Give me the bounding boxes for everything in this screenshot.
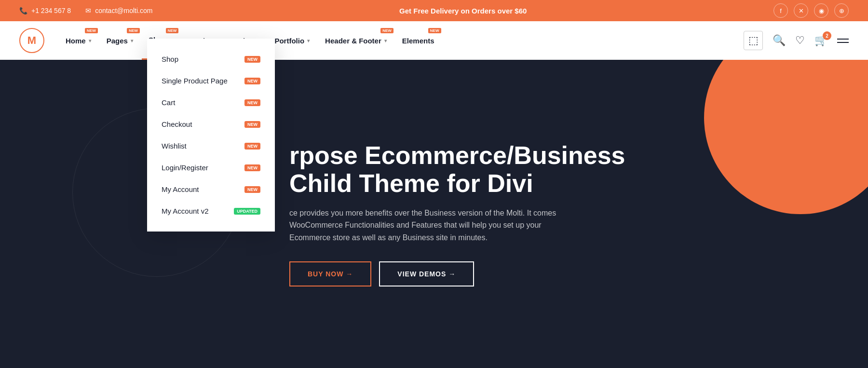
- twitter-icon[interactable]: ✕: [794, 3, 808, 18]
- hero-circle-decoration: [704, 60, 868, 214]
- phone-number: +1 234 567 8: [31, 7, 71, 14]
- logo[interactable]: M: [19, 28, 44, 53]
- dropdown-badge-login: NEW: [244, 164, 260, 171]
- shop-dropdown: Shop NEW Single Product Page NEW Cart NE…: [147, 39, 275, 232]
- nav-item-home[interactable]: Home NEW ▾: [59, 21, 98, 60]
- nav-label-elements: Elements: [402, 37, 434, 45]
- nav-label-header-footer: Header & Footer: [325, 37, 381, 45]
- dropdown-item-checkout[interactable]: Checkout NEW: [147, 113, 275, 135]
- dropdown-label-wishlist: Wishlist: [162, 142, 187, 150]
- facebook-icon[interactable]: f: [773, 3, 788, 18]
- chevron-header-footer: ▾: [384, 38, 387, 43]
- login-button[interactable]: ⬚: [744, 31, 763, 50]
- phone-contact: 📞 +1 234 567 8: [19, 7, 71, 14]
- hamburger-line-2: [837, 42, 849, 43]
- dropdown-label-checkout: Checkout: [162, 120, 192, 128]
- nav-item-pages[interactable]: Pages NEW ▾: [100, 21, 140, 60]
- wishlist-button[interactable]: ♡: [795, 34, 805, 47]
- navbar: M Home NEW ▾ Pages NEW ▾ Shop NEW ▾ Serv…: [0, 21, 868, 60]
- instagram-icon[interactable]: ◉: [814, 3, 828, 18]
- hero-section: rpose Ecommerce/Business Child Theme for…: [0, 60, 868, 368]
- top-bar-left: 📞 +1 234 567 8 ✉ contact@molti.com: [19, 7, 152, 14]
- email-icon: ✉: [85, 7, 91, 14]
- nav-badge-pages: NEW: [127, 28, 140, 33]
- chevron-home: ▾: [89, 38, 91, 43]
- phone-icon: 📞: [19, 7, 27, 14]
- nav-badge-elements: NEW: [428, 28, 441, 33]
- hero-content: rpose Ecommerce/Business Child Theme for…: [289, 142, 625, 286]
- hero-title: rpose Ecommerce/Business Child Theme for…: [289, 142, 625, 197]
- hero-title-line1: rpose Ecommerce/Business: [289, 142, 625, 169]
- social-links: f ✕ ◉ ⊕: [773, 3, 849, 18]
- hamburger-menu[interactable]: [837, 39, 849, 43]
- dropdown-item-shop[interactable]: Shop NEW: [147, 48, 275, 70]
- dribbble-icon[interactable]: ⊕: [834, 3, 849, 18]
- dropdown-item-wishlist[interactable]: Wishlist NEW: [147, 135, 275, 157]
- dropdown-item-my-account-v2[interactable]: My Account v2 UPDATED: [147, 200, 275, 222]
- logo-letter: M: [27, 34, 36, 47]
- dropdown-label-shop: Shop: [162, 55, 178, 63]
- hero-description: ce provides you more benefits over the B…: [289, 207, 579, 244]
- dropdown-label-single-product: Single Product Page: [162, 77, 228, 85]
- dropdown-label-my-account: My Account: [162, 185, 199, 193]
- cart-badge: 2: [823, 31, 831, 40]
- hero-title-line2: Child Theme for Divi: [289, 170, 625, 197]
- cart-button[interactable]: 🛒 2: [814, 34, 827, 47]
- dropdown-label-cart: Cart: [162, 98, 175, 107]
- nav-label-portfolio: Portfolio: [274, 37, 304, 45]
- email-contact: ✉ contact@molti.com: [85, 7, 152, 14]
- dropdown-item-cart[interactable]: Cart NEW: [147, 92, 275, 113]
- chevron-portfolio: ▾: [307, 38, 310, 43]
- email-address: contact@molti.com: [95, 7, 152, 14]
- nav-item-header-footer[interactable]: Header & Footer NEW ▾: [318, 21, 393, 60]
- dropdown-label-login: Login/Register: [162, 164, 208, 172]
- dropdown-item-single-product[interactable]: Single Product Page NEW: [147, 70, 275, 92]
- dropdown-item-login[interactable]: Login/Register NEW: [147, 157, 275, 178]
- dropdown-badge-shop: NEW: [244, 56, 260, 63]
- nav-item-elements[interactable]: Elements NEW: [395, 21, 441, 60]
- nav-item-portfolio[interactable]: Portfolio ▾: [268, 21, 316, 60]
- nav-badge-header-footer: NEW: [380, 28, 393, 33]
- chevron-pages: ▾: [131, 38, 133, 43]
- view-demos-button[interactable]: VIEW DEMOS →: [379, 261, 474, 286]
- dropdown-badge-my-account: NEW: [244, 186, 260, 193]
- promo-text: Get Free Delivery on Orders over $60: [399, 7, 527, 15]
- nav-badge-shop: NEW: [166, 28, 179, 33]
- search-button[interactable]: 🔍: [773, 34, 786, 47]
- dropdown-badge-wishlist: NEW: [244, 143, 260, 150]
- buy-now-button[interactable]: BUY NOW →: [289, 261, 371, 286]
- dropdown-badge-cart: NEW: [244, 99, 260, 106]
- dropdown-badge-checkout: NEW: [244, 121, 260, 128]
- dropdown-badge-my-account-v2: UPDATED: [234, 208, 260, 215]
- dropdown-badge-single-product: NEW: [244, 78, 260, 84]
- nav-badge-home: NEW: [85, 28, 98, 33]
- dropdown-label-my-account-v2: My Account v2: [162, 207, 209, 215]
- nav-label-home: Home: [66, 37, 86, 45]
- hamburger-line-1: [837, 39, 849, 40]
- dropdown-item-my-account[interactable]: My Account NEW: [147, 178, 275, 200]
- hero-buttons: BUY NOW → VIEW DEMOS →: [289, 261, 625, 286]
- top-bar: 📞 +1 234 567 8 ✉ contact@molti.com Get F…: [0, 0, 868, 21]
- nav-label-pages: Pages: [107, 37, 128, 45]
- nav-actions: ⬚ 🔍 ♡ 🛒 2: [744, 31, 849, 50]
